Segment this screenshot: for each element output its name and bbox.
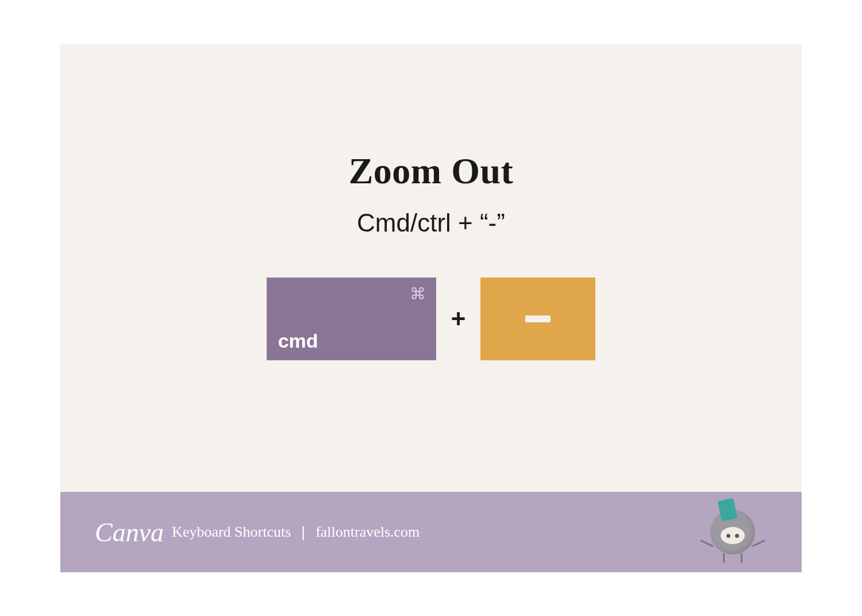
- canva-logo: Canva: [95, 517, 164, 548]
- mascot-flag-icon: [718, 498, 738, 521]
- mascot-face: [721, 527, 745, 544]
- shortcut-title: Zoom Out: [349, 150, 514, 192]
- mascot-arm-left: [700, 540, 713, 547]
- shortcut-subtitle: Cmd/ctrl + “-”: [357, 209, 505, 237]
- mascot-leg-left: [723, 553, 725, 563]
- cmd-key-label: cmd: [278, 330, 318, 352]
- shortcut-card: Zoom Out Cmd/ctrl + “-” ⌘ cmd + Canva Ke…: [60, 44, 802, 572]
- footer-divider: |: [301, 523, 305, 541]
- plus-sign: +: [451, 305, 466, 333]
- footer-label: Keyboard Shortcuts: [172, 523, 291, 541]
- mascot-eye-left: [726, 534, 730, 538]
- keyboard-row: ⌘ cmd +: [267, 278, 596, 360]
- mascot-body: [710, 510, 755, 555]
- mascot-illustration: [698, 503, 767, 561]
- footer: Canva Keyboard Shortcuts | fallontravels…: [60, 492, 802, 572]
- mascot-arm-right: [752, 540, 765, 547]
- footer-left: Canva Keyboard Shortcuts | fallontravels…: [95, 517, 420, 548]
- cmd-key: ⌘ cmd: [267, 278, 436, 360]
- cmd-symbol-icon: ⌘: [410, 284, 426, 303]
- mascot-eye-right: [735, 534, 739, 538]
- mascot-leg-right: [741, 553, 742, 563]
- main-content: Zoom Out Cmd/ctrl + “-” ⌘ cmd +: [60, 44, 802, 492]
- minus-key: [480, 278, 595, 360]
- minus-icon: [525, 315, 551, 322]
- footer-site: fallontravels.com: [315, 523, 420, 541]
